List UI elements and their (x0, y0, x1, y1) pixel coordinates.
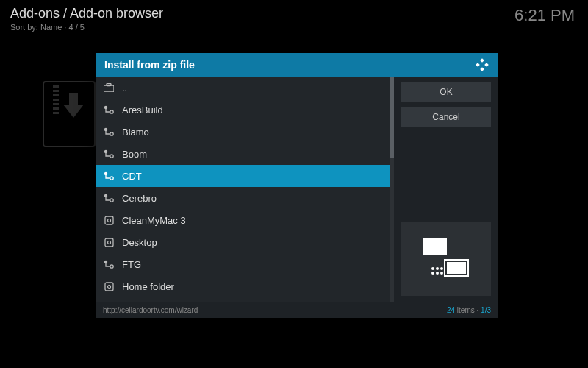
svg-point-6 (104, 106, 107, 109)
network-node-icon (103, 104, 115, 116)
network-node-icon (103, 258, 115, 270)
svg-rect-22 (105, 283, 113, 291)
sort-indicator: Sort by: Name · 4 / 5 (10, 23, 578, 32)
file-item-label: Home folder (122, 281, 174, 292)
file-item[interactable]: Boom (96, 143, 390, 165)
svg-rect-3 (480, 67, 484, 71)
svg-point-21 (110, 265, 112, 268)
svg-point-13 (110, 177, 112, 180)
file-item-label: Boom (122, 149, 147, 160)
clock: 6:21 PM (514, 6, 575, 25)
file-item[interactable]: AresBuild (96, 99, 390, 121)
file-item[interactable]: Home folder (96, 275, 390, 297)
svg-point-20 (104, 261, 107, 263)
network-illustration (401, 222, 491, 296)
cancel-button[interactable]: Cancel (401, 107, 491, 127)
svg-point-31 (436, 272, 439, 275)
svg-point-10 (104, 150, 107, 153)
svg-point-28 (436, 267, 439, 270)
network-node-icon (103, 148, 115, 160)
svg-rect-2 (484, 63, 489, 67)
disk-icon (103, 236, 115, 248)
svg-rect-4 (104, 85, 114, 92)
svg-rect-5 (107, 84, 111, 86)
footer-count: 24 items · 1/3 (447, 306, 491, 314)
svg-point-15 (110, 199, 112, 202)
file-item[interactable]: CDT (96, 165, 390, 187)
dialog-title: Install from zip file (104, 59, 195, 71)
svg-rect-18 (105, 238, 113, 247)
footer-path: http://cellardoortv.com/wizard (103, 306, 198, 314)
svg-point-19 (107, 241, 110, 244)
file-item-label: Cerebro (122, 193, 157, 204)
file-item[interactable]: FTG (96, 253, 390, 275)
svg-rect-1 (476, 63, 480, 67)
disk-icon (103, 214, 115, 226)
file-item-label: Desktop (122, 237, 157, 248)
svg-point-11 (110, 155, 112, 158)
svg-point-27 (431, 267, 434, 270)
svg-point-9 (110, 132, 112, 135)
svg-point-7 (110, 110, 112, 113)
svg-rect-26 (448, 263, 465, 273)
svg-rect-24 (424, 239, 446, 254)
network-node-icon (103, 126, 115, 138)
scrollbar[interactable] (390, 77, 394, 302)
svg-point-29 (440, 267, 443, 270)
svg-rect-16 (105, 216, 113, 224)
file-item-label: CleanMyMac 3 (122, 215, 186, 226)
svg-point-32 (440, 272, 443, 275)
svg-rect-0 (480, 58, 484, 63)
kodi-logo-icon (475, 57, 490, 72)
svg-point-8 (104, 128, 107, 131)
file-item-label: .. (122, 82, 127, 93)
briefcase-icon (103, 82, 115, 93)
file-item-label: CDT (122, 171, 142, 182)
svg-point-12 (104, 172, 107, 175)
file-item[interactable]: .. (96, 77, 390, 99)
file-item[interactable]: Blamo (96, 121, 390, 143)
network-node-icon (103, 192, 115, 204)
svg-point-14 (104, 194, 107, 197)
zip-download-icon (43, 81, 96, 147)
page-title: Add-ons / Add-on browser (10, 6, 578, 21)
disk-icon (103, 280, 115, 292)
svg-point-30 (431, 272, 434, 275)
file-item-label: AresBuild (122, 105, 163, 116)
ok-button[interactable]: OK (401, 82, 491, 102)
network-node-icon (103, 170, 115, 182)
install-zip-dialog: Install from zip file ..AresBuildBlamoBo… (96, 53, 498, 318)
file-item[interactable]: Cerebro (96, 187, 390, 209)
svg-point-17 (107, 219, 110, 222)
file-item-label: Blamo (122, 127, 149, 138)
file-item-label: FTG (122, 259, 141, 270)
file-list: ..AresBuildBlamoBoomCDTCerebroCleanMyMac… (96, 77, 390, 302)
svg-point-23 (107, 285, 110, 288)
file-item[interactable]: CleanMyMac 3 (96, 209, 390, 231)
file-item[interactable]: Desktop (96, 231, 390, 253)
